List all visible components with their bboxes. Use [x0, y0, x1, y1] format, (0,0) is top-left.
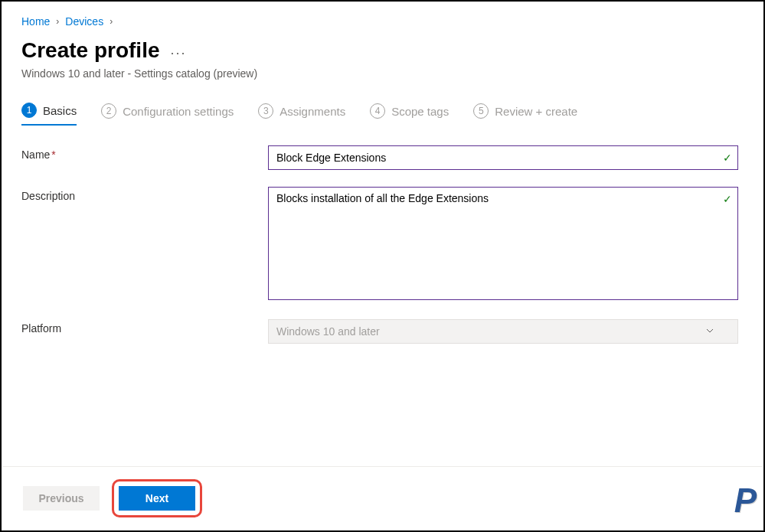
checkmark-icon: ✓	[723, 152, 732, 164]
next-button-highlight: Next	[112, 479, 202, 517]
page-subtitle: Windows 10 and later - Settings catalog …	[21, 67, 744, 80]
wizard-footer: Previous Next P	[3, 466, 762, 529]
name-label: Name*	[21, 145, 268, 161]
platform-value: Windows 10 and later	[276, 325, 380, 338]
step-configuration-settings[interactable]: 2 Configuration settings	[101, 103, 234, 126]
step-label: Assignments	[280, 105, 345, 118]
name-input[interactable]	[268, 145, 738, 170]
chevron-right-icon: ›	[108, 16, 114, 27]
chevron-down-icon	[705, 325, 714, 338]
step-basics[interactable]: 1 Basics	[21, 103, 77, 126]
step-label: Scope tags	[391, 105, 449, 118]
checkmark-icon: ✓	[723, 193, 732, 205]
chevron-right-icon: ›	[54, 16, 60, 27]
breadcrumb-devices[interactable]: Devices	[65, 15, 103, 28]
required-indicator: *	[51, 149, 55, 161]
step-number: 4	[370, 103, 385, 119]
more-options-button[interactable]: ···	[171, 41, 187, 61]
description-label: Description	[21, 187, 268, 202]
step-assignments[interactable]: 3 Assignments	[258, 103, 345, 126]
page-title: Create profile	[21, 38, 160, 63]
platform-label: Platform	[21, 319, 268, 335]
step-label: Review + create	[495, 105, 577, 118]
step-scope-tags[interactable]: 4 Scope tags	[370, 103, 449, 126]
watermark-logo: P	[734, 481, 754, 520]
description-input[interactable]	[268, 187, 738, 300]
step-number: 2	[101, 103, 116, 119]
step-review-create[interactable]: 5 Review + create	[473, 103, 577, 126]
wizard-steps: 1 Basics 2 Configuration settings 3 Assi…	[21, 103, 744, 126]
previous-button: Previous	[23, 486, 100, 511]
step-number: 1	[21, 103, 37, 118]
breadcrumb: Home › Devices ›	[21, 15, 744, 28]
next-button[interactable]: Next	[119, 486, 195, 511]
step-label: Basics	[43, 104, 77, 117]
step-number: 3	[258, 103, 273, 119]
step-label: Configuration settings	[123, 105, 234, 118]
breadcrumb-home[interactable]: Home	[21, 15, 50, 28]
platform-dropdown: Windows 10 and later	[268, 319, 738, 344]
step-number: 5	[473, 103, 489, 119]
